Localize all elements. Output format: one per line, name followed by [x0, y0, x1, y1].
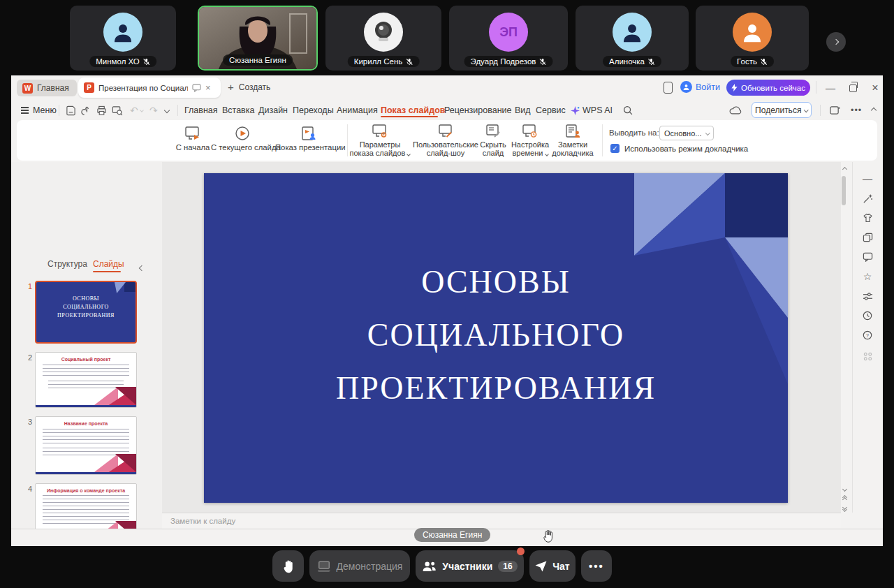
menu-animation[interactable]: Анимация	[337, 103, 378, 117]
tab-close-icon[interactable]: ×	[205, 82, 211, 93]
notes-label-2: докладчика	[552, 149, 593, 157]
hide-sidebar-icon[interactable]: —	[859, 170, 876, 187]
avatar	[103, 13, 142, 52]
play-circle-icon	[211, 126, 274, 141]
hand-icon	[281, 559, 295, 573]
from-beginning-label: С начала	[176, 143, 210, 152]
presentation-file-icon: P	[84, 82, 94, 93]
output-display-dropdown[interactable]: Основно...	[659, 126, 714, 140]
participant-name-pill: Алиночка	[603, 56, 661, 67]
slide-title: ОСНОВЫ СОЦИАЛЬНОГО ПРОЕКТИРОВАНИЯ	[204, 256, 788, 415]
tab-slides-active[interactable]: Слайды	[93, 259, 124, 269]
history-clock-icon[interactable]	[859, 307, 876, 324]
menu-view[interactable]: Вид	[515, 103, 531, 117]
screen-share-button[interactable]: Демонстрация	[309, 550, 410, 582]
comment-icon[interactable]	[859, 249, 876, 265]
restore-button[interactable]	[845, 81, 860, 95]
cloud-sync-icon[interactable]	[729, 103, 742, 117]
speaker-notes-button[interactable]: Заметки докладчика	[549, 124, 596, 157]
tab-comment-icon[interactable]	[192, 84, 201, 92]
slideshow-options-button[interactable]: Параметры показа слайдов	[345, 124, 415, 157]
slide-2-thumbnail[interactable]: Социальный проект	[35, 352, 137, 408]
participants-button[interactable]: Участники 16	[416, 550, 524, 582]
menu-insert[interactable]: Вставка	[222, 103, 254, 117]
close-button[interactable]: ×	[867, 81, 883, 95]
scroll-down-icon[interactable]	[842, 486, 847, 492]
slide-panel: Структура Слайды 1 ОСНОВЫ СОЦИАЛЬНОГО ПР…	[11, 162, 162, 529]
strip-next-button[interactable]	[826, 32, 846, 52]
menu-wps-ai[interactable]: WPS AI	[571, 103, 613, 117]
hide-slide-icon	[475, 124, 511, 138]
help-icon[interactable]: ?	[859, 327, 876, 344]
hide-slide-button[interactable]: Скрыть слайд	[475, 124, 511, 157]
hide-label-2: слайд	[483, 149, 504, 157]
participant-name-pill: Сюзанна Егиян	[223, 54, 293, 66]
device-icon[interactable]	[664, 82, 673, 94]
export-icon[interactable]	[81, 103, 91, 117]
participant-tile[interactable]: Гость	[696, 6, 809, 71]
slide-1-thumbnail[interactable]: ОСНОВЫ СОЦИАЛЬНОГО ПРОЕКТИРОВАНИЯ	[35, 281, 137, 344]
participant-tile[interactable]: Кирилл Сень	[325, 6, 441, 71]
redo-icon[interactable]: ↷	[149, 103, 158, 117]
participant-name: Сюзанна Егиян	[229, 56, 286, 64]
collapse-panel-icon[interactable]	[140, 260, 144, 273]
quick-access-chevron-icon[interactable]	[165, 103, 169, 117]
raise-hand-button[interactable]	[272, 550, 304, 582]
save-icon[interactable]	[66, 103, 76, 117]
design-theme-icon[interactable]	[859, 210, 876, 226]
ai-wand-icon[interactable]	[859, 190, 876, 207]
more-button[interactable]: •••	[581, 550, 612, 582]
scroll-up-icon[interactable]	[842, 166, 847, 172]
chat-button[interactable]: Чат	[529, 550, 576, 582]
tab-outline[interactable]: Структура	[47, 259, 87, 269]
next-slide-icon[interactable]	[842, 506, 847, 511]
print-icon[interactable]	[96, 103, 107, 117]
laptop-icon	[317, 561, 331, 572]
menu-review[interactable]: Рецензирование	[444, 103, 512, 117]
new-tab-button[interactable]: + Создать	[228, 81, 270, 93]
slide-3-thumbnail[interactable]: Название проекта	[35, 416, 137, 475]
menu-tools[interactable]: Сервис	[536, 103, 566, 117]
new-window-icon[interactable]	[830, 103, 840, 117]
thumb-text-lines	[43, 365, 129, 376]
participant-tile-active-speaker[interactable]: Сюзанна Егиян	[198, 6, 318, 71]
from-current-slide-button[interactable]: С текущего слайда	[211, 126, 274, 152]
minimize-button[interactable]: —	[823, 81, 838, 95]
shapes-icon[interactable]	[859, 229, 876, 246]
search-icon[interactable]	[623, 103, 633, 117]
document-tab[interactable]: P Презентация по Социальн ×	[78, 78, 221, 98]
menu-home[interactable]: Главная	[184, 103, 218, 117]
menu-design[interactable]: Дизайн	[258, 103, 288, 117]
rehearse-timing-button[interactable]: Настройка времени	[508, 124, 552, 157]
show-presentation-button[interactable]: Показ презентации	[275, 126, 342, 152]
share-button[interactable]: Поделиться	[752, 102, 812, 118]
thumb-text-lines	[43, 495, 129, 524]
login-button[interactable]: Войти	[680, 81, 720, 93]
avatar-initials: ЭП	[499, 25, 518, 40]
menu-slideshow-active[interactable]: Показ слайдов	[381, 103, 445, 117]
star-icon[interactable]: ☆	[859, 268, 876, 285]
print-preview-icon[interactable]	[112, 103, 123, 117]
screen-share-label: Демонстрация	[337, 561, 403, 572]
collapse-ribbon-icon[interactable]	[872, 103, 876, 117]
main-menu-button[interactable]: Меню	[21, 103, 57, 117]
scrollbar-thumb[interactable]	[842, 176, 846, 205]
presenter-mode-checkbox[interactable]: ✓	[610, 144, 620, 153]
slide-corner-decoration	[634, 173, 725, 256]
update-now-button[interactable]: Обновить сейчас	[726, 80, 810, 96]
apps-grid-icon[interactable]	[859, 348, 876, 365]
adjust-sliders-icon[interactable]	[859, 288, 876, 304]
participant-tile[interactable]: Минмол ХО	[70, 6, 176, 71]
previous-slide-icon[interactable]	[842, 496, 847, 501]
participant-tile[interactable]: ЭП Эдуард Подрезов	[449, 6, 568, 71]
custom-slideshow-button[interactable]: Пользовательские слайд-шоу	[409, 124, 482, 157]
slide-notes-input[interactable]: Заметки к слайду	[162, 513, 841, 529]
participant-name-pill: Эдуард Подрезов	[464, 56, 553, 67]
participant-tile[interactable]: Алиночка	[576, 6, 689, 71]
meeting-control-bar: Демонстрация Участники 16 Чат •••	[0, 546, 894, 588]
undo-icon[interactable]: ↶	[130, 103, 143, 117]
current-slide[interactable]: ОСНОВЫ СОЦИАЛЬНОГО ПРОЕКТИРОВАНИЯ	[204, 173, 788, 503]
menu-transitions[interactable]: Переходы	[293, 103, 334, 117]
wps-home-tab[interactable]: W Главная	[17, 80, 77, 96]
more-options-icon[interactable]: •••	[851, 103, 862, 117]
